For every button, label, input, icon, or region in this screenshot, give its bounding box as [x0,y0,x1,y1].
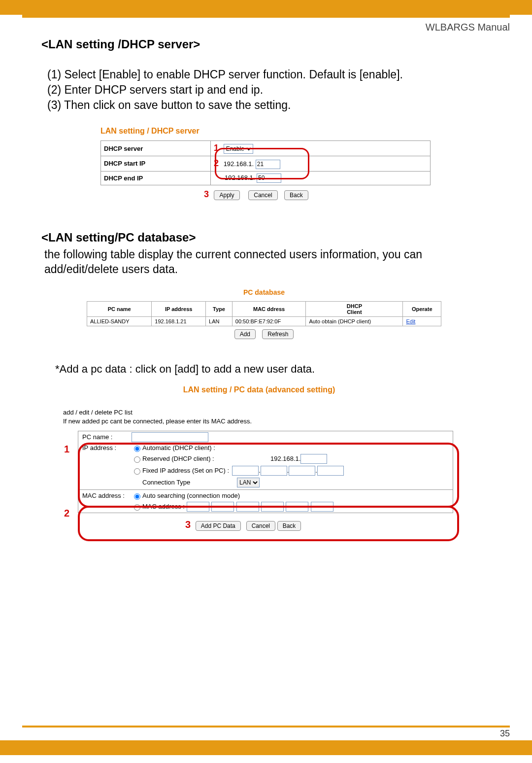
refresh-button[interactable]: Refresh [262,329,294,339]
marker-3: 3 [204,189,209,200]
back-button[interactable]: Back [284,190,308,200]
dhcp-start-ip[interactable] [256,160,280,169]
ip-label: IP address : [82,444,132,451]
step-line: (3) Then click on save button to save th… [47,98,491,113]
dhcp-end-ip[interactable] [257,173,281,183]
pcdb-table: PC name IP address Type MAC ddress DHCP … [87,301,441,326]
dhcp-server-label: DHCP server [101,141,211,156]
radio-reserved[interactable] [134,456,140,463]
dhcp-start-label: DHCP start IP [101,156,211,172]
section1-steps: (1) Select [Enable] to enable DHCP serve… [47,67,491,113]
top-stripe [22,15,510,18]
add-instruction: *Add a pc data : click on [add] to add a… [55,363,491,376]
conn-label: Connection Type [142,479,237,486]
step-line: (2) Enter DHCP servers start ip and end … [47,82,491,98]
add-pc-button[interactable]: Add PC Data [196,521,241,531]
cell: ALLIED-SANDY [87,317,152,326]
reserved-prefix: 192.168.1. [270,455,300,462]
opt-reserved: Reserved (DHCP client) : [142,455,270,462]
marker-1: 1 [214,143,219,153]
col-mac: MAC ddress [232,302,306,317]
col-ip: IP address [152,302,206,317]
pcname-input[interactable] [132,432,208,442]
marker-2: 2 [214,158,219,169]
page-number: 35 [500,728,510,739]
macopt-auto: Auto searching (connection mode) [142,492,240,499]
col-type: Type [206,302,233,317]
edit-link[interactable]: Edit [406,318,415,324]
cell: LAN [206,317,233,326]
cell: 192.168.1.21 [152,317,206,326]
col-op: Operate [403,302,441,317]
pcadv-caption: LAN setting / PC data (advanced setting) [61,385,457,394]
col-pcname: PC name [87,302,152,317]
step-line: (1) Select [Enable] to enable DHCP serve… [47,67,491,82]
pcdb-caption: PC database [87,288,441,296]
marker-a: 1 [64,444,69,455]
radio-mac-auto[interactable] [134,493,140,500]
pcdb-figure: PC database PC name IP address Type MAC … [87,288,441,339]
dhcp-figure: LAN setting / DHCP server DHCP server 1 … [100,127,431,200]
dhcp-table: DHCP server 1 Enable DHCP start IP 2 192… [100,140,431,185]
cell: 00:50:BF:E7:92:0F [232,317,306,326]
radio-fixed[interactable] [134,468,140,475]
reserved-octet[interactable] [300,454,327,464]
macopt-manual: MAC address : [142,503,185,510]
conn-select[interactable]: LAN [237,478,260,487]
header-right: WLBARGS Manual [426,22,510,33]
fixed-oct4[interactable] [317,466,344,476]
pcname-label: PC name : [82,433,132,441]
cell: Auto obtain (DHCP client) [306,317,403,326]
mac5[interactable] [286,502,308,512]
mac2[interactable] [211,502,234,512]
section1-title: <LAN setting /DHCP server> [41,37,491,51]
add-button[interactable]: Add [234,329,256,339]
fixed-oct1[interactable] [232,466,259,476]
section2-desc: the following table display the current … [44,247,491,277]
mac-label: MAC address : [82,492,132,499]
fixed-oct2[interactable] [261,466,287,476]
radio-mac-manual[interactable] [134,504,140,511]
mac1[interactable] [187,502,209,512]
mac6[interactable] [311,502,333,512]
cancel-button[interactable]: Cancel [248,190,277,200]
fixed-oct3[interactable] [289,466,315,476]
dhcp-end-label: DHCP end IP [101,171,211,185]
intro-line: If new added pc cant be connected, pleas… [63,417,457,426]
dhcp-server-select[interactable]: Enable [224,144,253,154]
mac4[interactable] [261,502,284,512]
cancel-button-2[interactable]: Cancel [246,521,275,531]
col-dhcp: DHCP Client [306,302,403,317]
marker-c: 3 [185,519,191,530]
opt-fixed: Fixed IP address (Set on PC) : [142,467,229,474]
table-row: ALLIED-SANDY 192.168.1.21 LAN 00:50:BF:E… [87,317,441,326]
start-ip-prefix: 192.168.1. [224,160,254,168]
apply-button[interactable]: Apply [214,190,239,200]
section2-title: <LAN setting/PC database> [41,231,491,244]
back-button-2[interactable]: Back [277,521,301,531]
opt-auto: Automatic (DHCP client) : [142,444,215,451]
pcadv-figure: LAN setting / PC data (advanced setting)… [61,385,457,530]
bottom-stripe [22,726,510,728]
bottom-band [0,740,532,755]
intro-line: add / edit / delete PC list [63,408,457,417]
end-ip-prefix: 192.168.1. [225,174,255,181]
marker-b: 2 [64,508,69,519]
top-band [0,0,532,15]
dhcp-caption: LAN setting / DHCP server [100,127,431,136]
mac3[interactable] [236,502,259,512]
radio-auto[interactable] [134,446,140,452]
